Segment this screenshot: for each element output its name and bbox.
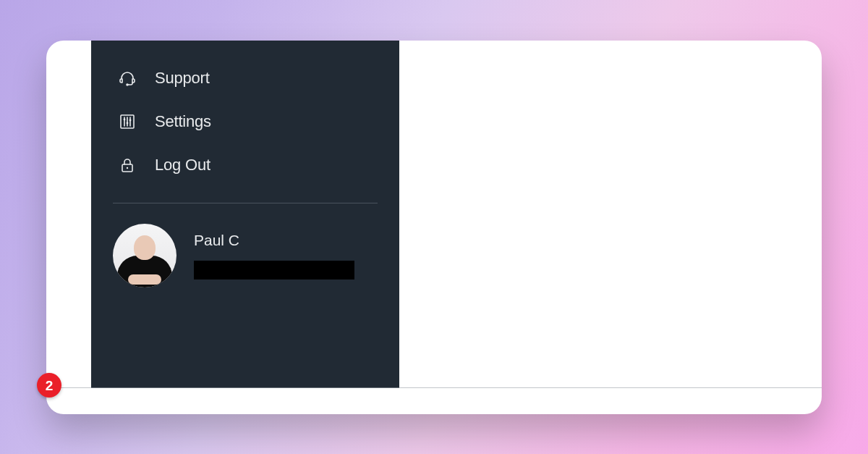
user-profile-row[interactable]: Paul C — [113, 224, 378, 287]
step-badge: 2 — [37, 373, 61, 398]
user-info: Paul C — [194, 232, 354, 279]
sliders-icon — [117, 112, 137, 132]
sidebar-nav: Support Settings — [113, 61, 378, 182]
app-card: Support Settings — [46, 41, 822, 414]
svg-point-3 — [124, 118, 126, 120]
sidebar-item-label: Log Out — [155, 156, 210, 175]
content-divider — [46, 387, 822, 388]
headset-icon — [117, 68, 137, 88]
user-email-redacted — [194, 261, 354, 279]
svg-point-0 — [127, 84, 128, 85]
svg-point-5 — [127, 122, 129, 124]
svg-point-7 — [129, 119, 132, 121]
avatar — [113, 224, 176, 287]
sidebar-divider — [113, 203, 378, 203]
sidebar-item-logout[interactable]: Log Out — [113, 148, 378, 182]
sidebar-item-label: Settings — [155, 112, 211, 131]
step-badge-count: 2 — [46, 379, 54, 392]
sidebar-item-label: Support — [155, 69, 210, 88]
user-name: Paul C — [194, 232, 354, 249]
sidebar: Support Settings — [91, 41, 399, 388]
sidebar-item-settings[interactable]: Settings — [113, 104, 378, 139]
svg-point-9 — [127, 167, 128, 168]
lock-icon — [117, 155, 137, 175]
sidebar-item-support[interactable]: Support — [113, 61, 378, 96]
